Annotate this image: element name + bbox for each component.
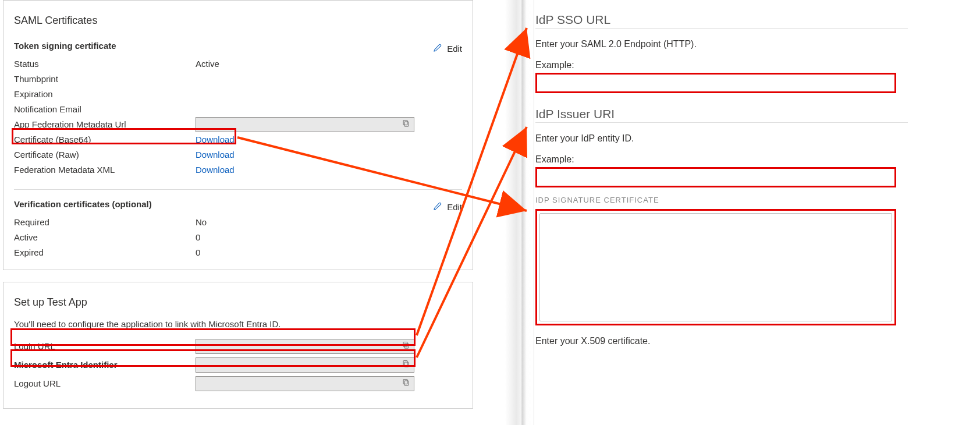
idp-issuer-example-label: Example:: [535, 154, 908, 165]
copy-icon[interactable]: [402, 339, 410, 354]
cert-raw-download-link[interactable]: Download: [196, 150, 235, 160]
idp-sso-url-desc: Enter your SAML 2.0 Endpoint (HTTP).: [535, 39, 908, 49]
pencil-icon: [433, 43, 442, 54]
idp-issuer-input[interactable]: [535, 167, 896, 187]
fed-xml-label: Federation Metadata XML: [14, 162, 196, 178]
verification-section-title: Verification certificates (optional): [14, 199, 152, 209]
idp-sso-example-label: Example:: [535, 60, 908, 70]
expiration-label: Expiration: [14, 87, 196, 102]
login-url-row: Login URL: [14, 337, 462, 356]
right-column: IdP SSO URL Enter your SAML 2.0 Endpoint…: [535, 0, 908, 425]
login-url-label: Login URL: [14, 339, 196, 354]
svg-rect-1: [403, 121, 407, 125]
svg-rect-4: [404, 362, 409, 367]
svg-rect-5: [403, 361, 407, 366]
idp-signature-hint: Enter your X.509 certificate.: [535, 336, 908, 346]
expired-value: 0: [196, 245, 462, 260]
cert-raw-label: Certificate (Raw): [14, 147, 196, 162]
setup-note: You'll need to configure the application…: [14, 319, 462, 329]
fed-xml-download-link[interactable]: Download: [196, 165, 235, 175]
app-fed-url-row: App Federation Metadata Url: [14, 117, 462, 132]
expired-label: Expired: [14, 245, 196, 260]
page-spine: [505, 0, 534, 425]
login-url-box[interactable]: [196, 339, 414, 354]
copy-icon[interactable]: [402, 357, 410, 373]
app-fed-url-label: App Federation Metadata Url: [14, 117, 196, 132]
logout-url-row: Logout URL: [14, 374, 462, 393]
logout-url-box[interactable]: [196, 376, 414, 391]
cert-raw-row: Certificate (Raw) Download: [14, 147, 462, 162]
setup-test-app-card: Set up Test App You'll need to configure…: [3, 282, 473, 409]
status-label: Status: [14, 56, 196, 72]
divider: [14, 189, 462, 190]
expired-row: Expired 0: [14, 245, 462, 260]
edit-verification-button[interactable]: Edit: [433, 201, 462, 212]
idp-signature-cert-subhead: IDP SIGNATURE CERTIFICATE: [535, 196, 908, 204]
idp-signature-cert-highlight: [535, 209, 896, 325]
svg-rect-3: [403, 342, 407, 347]
cert-b64-row: Certificate (Base64) Download: [14, 132, 462, 147]
required-row: Required No: [14, 215, 462, 230]
edit-label: Edit: [447, 44, 462, 54]
svg-rect-2: [404, 343, 409, 348]
idp-issuer-uri-heading: IdP Issuer URI: [535, 107, 908, 123]
active-row: Active 0: [14, 230, 462, 245]
svg-rect-6: [404, 381, 409, 385]
required-label: Required: [14, 215, 196, 230]
status-row: Status Active: [14, 56, 462, 72]
active-label: Active: [14, 230, 196, 245]
saml-certificates-card: SAML Certificates Token signing certific…: [3, 0, 473, 270]
required-value: No: [196, 215, 462, 230]
idp-signature-cert-textarea[interactable]: [539, 213, 892, 321]
setup-title: Set up Test App: [14, 296, 462, 309]
app-fed-url-value: [196, 117, 462, 132]
app-fed-url-box[interactable]: [196, 117, 414, 132]
entra-id-label: Microsoft Entra Identifier: [14, 357, 196, 373]
notification-email-label: Notification Email: [14, 102, 196, 117]
idp-sso-url-heading: IdP SSO URL: [535, 13, 908, 29]
idp-issuer-desc: Enter your IdP entity ID.: [535, 133, 908, 144]
expiration-row: Expiration: [14, 87, 462, 102]
fed-xml-row: Federation Metadata XML Download: [14, 162, 462, 178]
logout-url-label: Logout URL: [14, 376, 196, 391]
thumbprint-row: Thumbprint: [14, 72, 462, 87]
thumbprint-label: Thumbprint: [14, 72, 196, 87]
svg-rect-7: [403, 380, 407, 384]
copy-icon[interactable]: [402, 376, 410, 391]
pencil-icon: [433, 201, 442, 212]
status-value: Active: [196, 56, 462, 72]
cert-b64-label: Certificate (Base64): [14, 132, 196, 147]
token-signing-section-title: Token signing certificate: [14, 41, 116, 51]
saml-certificates-title: SAML Certificates: [14, 15, 462, 27]
active-value: 0: [196, 230, 462, 245]
notification-email-row: Notification Email: [14, 102, 462, 117]
entra-id-row: Microsoft Entra Identifier: [14, 356, 462, 374]
edit-label: Edit: [447, 202, 462, 212]
idp-sso-url-input[interactable]: [535, 73, 896, 93]
svg-rect-0: [404, 122, 409, 126]
edit-token-signing-button[interactable]: Edit: [433, 43, 462, 54]
copy-icon[interactable]: [402, 117, 410, 132]
entra-id-box[interactable]: [196, 357, 414, 373]
cert-b64-download-link[interactable]: Download: [196, 134, 235, 144]
